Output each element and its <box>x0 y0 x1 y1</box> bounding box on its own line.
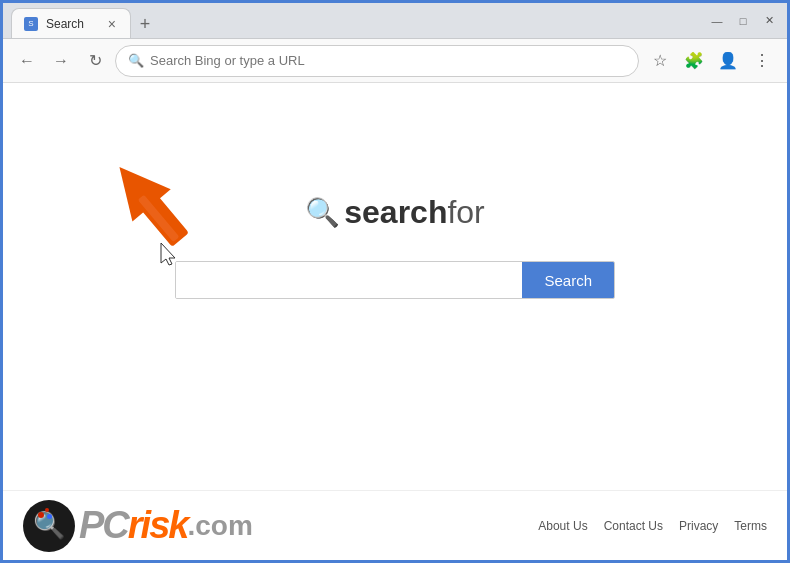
page-footer: 🔍 PC risk .com About Us Contact Us Priva… <box>3 490 787 560</box>
address-bar[interactable]: 🔍 <box>115 45 639 77</box>
title-bar: S Search × + — □ ✕ <box>3 3 787 39</box>
tab-title: Search <box>46 17 84 31</box>
browser-content: 🔍 searchfor Search 🔍 <box>3 83 787 560</box>
privacy-link[interactable]: Privacy <box>679 519 718 533</box>
close-button[interactable]: ✕ <box>759 11 779 31</box>
terms-link[interactable]: Terms <box>734 519 767 533</box>
footer-domain-text: .com <box>187 510 252 542</box>
extensions-button[interactable]: 🧩 <box>679 46 709 76</box>
forward-button[interactable]: → <box>47 47 75 75</box>
contact-us-link[interactable]: Contact Us <box>604 519 663 533</box>
favorites-button[interactable]: ☆ <box>645 46 675 76</box>
active-tab[interactable]: S Search × <box>11 8 131 38</box>
logo-area: 🔍 searchfor <box>305 194 485 231</box>
back-button[interactable]: ← <box>13 47 41 75</box>
footer-logo: 🔍 PC risk .com <box>23 500 253 552</box>
logo-search-icon: 🔍 <box>305 196 340 229</box>
footer-risk-text: risk <box>128 504 188 547</box>
minimize-button[interactable]: — <box>707 11 727 31</box>
footer-pc-text: PC <box>79 504 128 547</box>
tab-close-button[interactable]: × <box>106 17 118 31</box>
search-button[interactable]: Search <box>522 262 614 298</box>
about-us-link[interactable]: About Us <box>538 519 587 533</box>
address-input[interactable] <box>150 53 626 68</box>
search-box: Search <box>175 261 615 299</box>
address-search-icon: 🔍 <box>128 53 144 68</box>
footer-dot-red-1 <box>38 512 44 518</box>
logo-text: searchfor <box>344 194 485 231</box>
back-icon: ← <box>19 52 35 70</box>
profile-button[interactable]: 👤 <box>713 46 743 76</box>
tab-favicon: S <box>24 17 38 31</box>
maximize-button[interactable]: □ <box>733 11 753 31</box>
footer-dot-blue <box>47 514 52 519</box>
menu-button[interactable]: ⋮ <box>747 46 777 76</box>
extensions-icon: 🧩 <box>684 51 704 70</box>
refresh-button[interactable]: ↻ <box>81 47 109 75</box>
footer-dot-red-2 <box>45 508 49 512</box>
star-icon: ☆ <box>653 51 667 70</box>
tabs-area: S Search × + <box>11 3 699 38</box>
toolbar-icons: ☆ 🧩 👤 ⋮ <box>645 46 777 76</box>
profile-icon: 👤 <box>718 51 738 70</box>
forward-icon: → <box>53 52 69 70</box>
browser-window: S Search × + — □ ✕ ← → ↻ 🔍 ☆ <box>3 3 787 560</box>
page-main: 🔍 searchfor Search <box>3 83 787 490</box>
menu-icon: ⋮ <box>754 51 770 70</box>
new-tab-button[interactable]: + <box>131 10 159 38</box>
refresh-icon: ↻ <box>89 51 102 70</box>
search-input[interactable] <box>176 262 522 298</box>
footer-logo-icon: 🔍 <box>23 500 75 552</box>
toolbar: ← → ↻ 🔍 ☆ 🧩 👤 ⋮ <box>3 39 787 83</box>
window-controls: — □ ✕ <box>707 11 779 31</box>
footer-links: About Us Contact Us Privacy Terms <box>538 519 767 533</box>
